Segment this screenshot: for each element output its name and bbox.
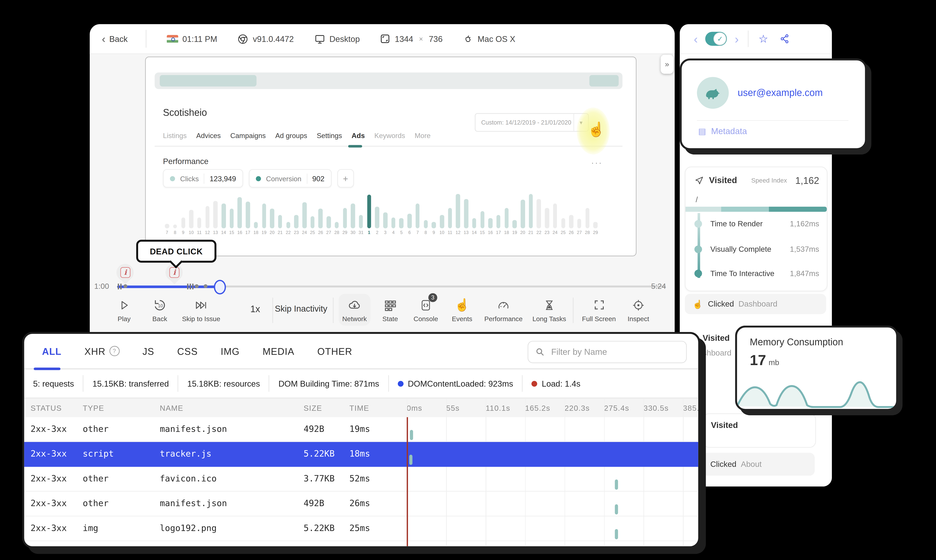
- bar-column[interactable]: 25: [308, 191, 316, 228]
- bar-column[interactable]: 20: [268, 191, 276, 228]
- prev-session-icon[interactable]: ‹: [694, 33, 698, 45]
- clicked-about-event[interactable]: Clicked About: [703, 453, 815, 475]
- bar-column[interactable]: 8: [171, 191, 179, 228]
- bar-column[interactable]: 21: [527, 191, 535, 228]
- help-icon[interactable]: ?: [109, 346, 119, 356]
- bar-column[interactable]: 26: [316, 191, 325, 228]
- bar-column[interactable]: 7: [413, 191, 422, 228]
- bar-column[interactable]: 4: [389, 191, 398, 228]
- bar-column[interactable]: 2: [373, 191, 381, 228]
- col-time[interactable]: TIME: [350, 404, 369, 413]
- add-metric-button[interactable]: +: [337, 169, 354, 188]
- visited-event-partial[interactable]: Visited: [703, 333, 730, 343]
- bar-column[interactable]: 20: [519, 191, 527, 228]
- bar-column[interactable]: 9: [430, 191, 438, 228]
- network-request-row[interactable]: 2xx-3xx other manifest.json 492B 26ms: [24, 492, 698, 517]
- metric-chip[interactable]: Conversion 902: [249, 169, 332, 188]
- bar-column[interactable]: 29: [592, 191, 600, 228]
- network-request-row[interactable]: 2xx-3xx img logo192.png 5.22KB 25ms: [24, 517, 698, 541]
- filter-field[interactable]: [528, 341, 687, 363]
- timeline-event-dot[interactable]: [123, 284, 127, 288]
- visited-event-card[interactable]: Visited Speed Index 1,162 / Time to Rend…: [685, 167, 827, 291]
- bar-column[interactable]: 6: [406, 191, 413, 228]
- page-tab[interactable]: Ad groups: [275, 132, 307, 139]
- next-session-icon[interactable]: ›: [735, 33, 739, 45]
- date-range-select[interactable]: Custom: 14/12/2019 - 21/01/2020 ▾: [475, 113, 589, 132]
- network-request-row[interactable]: 2xx-3xx script tracker.js 5.22KB 18ms: [24, 442, 698, 467]
- bar-column[interactable]: 25: [559, 191, 567, 228]
- bar-column[interactable]: 16: [236, 191, 244, 228]
- tab-all[interactable]: ALL: [42, 346, 62, 357]
- bar-column[interactable]: 16: [486, 191, 494, 228]
- bar-column[interactable]: 22: [284, 191, 292, 228]
- bar-column[interactable]: 11: [446, 191, 454, 228]
- metric-chip[interactable]: Clicks 123,949: [163, 169, 243, 188]
- back-button[interactable]: ‹ Back: [102, 34, 128, 44]
- bar-column[interactable]: 8: [422, 191, 430, 228]
- bar-column[interactable]: 15: [228, 191, 236, 228]
- bar-column[interactable]: 19: [260, 191, 268, 228]
- page-tab[interactable]: Ads: [352, 132, 365, 139]
- bar-column[interactable]: 12: [454, 191, 462, 228]
- skip-inactivity-button[interactable]: Skip Inactivity: [275, 304, 327, 314]
- waterfall-bar[interactable]: [410, 430, 413, 440]
- tab-img[interactable]: IMG: [221, 346, 240, 357]
- bar-column[interactable]: 27: [575, 191, 583, 228]
- page-tab[interactable]: Settings: [317, 132, 342, 139]
- skip-to-issue-button[interactable]: Skip to Issue: [172, 298, 230, 323]
- bar-column[interactable]: 14: [470, 191, 478, 228]
- share-icon[interactable]: [780, 34, 790, 44]
- favorite-star-icon[interactable]: ☆: [759, 32, 768, 45]
- bar-column[interactable]: 11: [195, 191, 203, 228]
- bar-column[interactable]: 13: [462, 191, 470, 228]
- speed-button[interactable]: 1x: [250, 304, 260, 314]
- col-size[interactable]: SIZE: [304, 404, 322, 413]
- bar-column[interactable]: 30: [349, 191, 357, 228]
- user-email[interactable]: user@example.com: [738, 87, 823, 98]
- bar-column[interactable]: 31: [357, 191, 365, 228]
- bar-column[interactable]: 10: [187, 191, 195, 228]
- page-tab[interactable]: Campaigns: [230, 132, 266, 139]
- page-tab[interactable]: Advices: [196, 132, 221, 139]
- bar-column[interactable]: 26: [567, 191, 575, 228]
- bar-column[interactable]: 28: [583, 191, 591, 228]
- timeline-event-dot[interactable]: [204, 284, 207, 288]
- bar-column[interactable]: 5: [398, 191, 406, 228]
- page-tab[interactable]: Keywords: [375, 132, 405, 139]
- waterfall-bar[interactable]: [615, 504, 618, 514]
- col-type[interactable]: TYPE: [83, 404, 104, 413]
- page-tab[interactable]: Listings: [163, 132, 187, 139]
- bar-column[interactable]: 28: [333, 191, 341, 228]
- bar-column[interactable]: 14: [220, 191, 228, 228]
- bar-column[interactable]: 18: [503, 191, 510, 228]
- bar-column[interactable]: 23: [543, 191, 551, 228]
- bar-column[interactable]: 19: [511, 191, 519, 228]
- tab-css[interactable]: CSS: [177, 346, 198, 357]
- tab-js[interactable]: JS: [142, 346, 154, 357]
- bar-column[interactable]: 9: [179, 191, 187, 228]
- tab-media[interactable]: MEDIA: [263, 346, 295, 357]
- filter-input[interactable]: [550, 346, 661, 357]
- bar-column[interactable]: 12: [203, 191, 211, 228]
- more-menu-icon[interactable]: ···: [591, 158, 603, 168]
- collapse-panel-button[interactable]: »: [661, 55, 673, 74]
- metadata-button[interactable]: ▤ Metadata: [698, 127, 747, 136]
- waterfall-bar[interactable]: [615, 480, 618, 490]
- bar-column[interactable]: 3: [381, 191, 389, 228]
- col-status[interactable]: STATUS: [31, 404, 62, 413]
- bar-column[interactable]: 10: [438, 191, 446, 228]
- visited-event-card-bottom[interactable]: Visited: [703, 413, 816, 448]
- network-request-row[interactable]: 2xx-3xx other manifest.json 492B 19ms: [24, 417, 698, 442]
- bar-column[interactable]: 15: [478, 191, 486, 228]
- network-request-row[interactable]: 2xx-3xx other favicon.ico 3.77KB 52ms: [24, 467, 698, 492]
- tab-xhr[interactable]: XHR ?: [85, 346, 120, 357]
- bar-column[interactable]: 18: [252, 191, 260, 228]
- tab-other[interactable]: OTHER: [317, 346, 352, 357]
- waterfall-bar[interactable]: [615, 529, 618, 539]
- col-name[interactable]: NAME: [160, 404, 183, 413]
- issue-marker[interactable]: i: [116, 264, 134, 281]
- waterfall-bar[interactable]: [409, 455, 412, 465]
- bar-column[interactable]: 27: [325, 191, 333, 228]
- bar-column[interactable]: 17: [494, 191, 503, 228]
- bar-column[interactable]: 7: [163, 191, 171, 228]
